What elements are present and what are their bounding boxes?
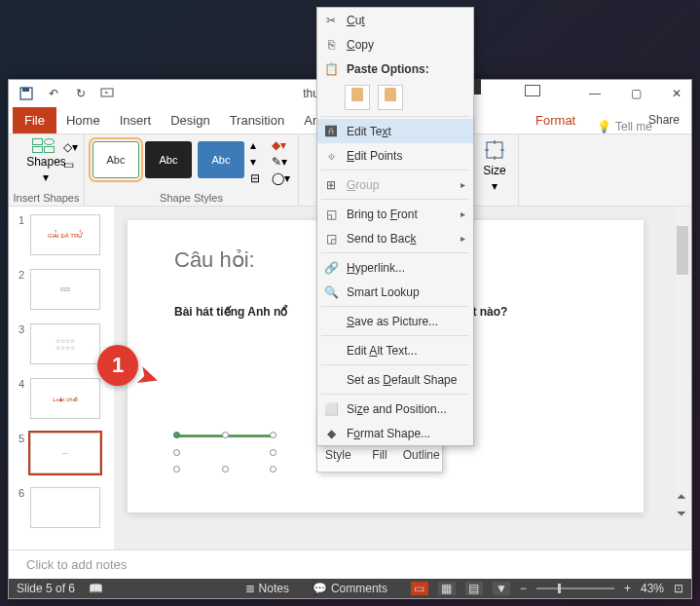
annotation-callout-1: 1 [97,345,138,386]
tab-transition[interactable]: Transition [220,107,295,133]
clipboard-icon: 📋 [323,62,339,76]
maximize-icon[interactable]: ▢ [625,87,646,100]
edit-shape-icon[interactable]: ◇▾ [63,140,78,154]
send-back-icon: ◲ [323,232,339,246]
edit-points-icon: ⟐ [323,149,339,163]
fit-to-window-icon[interactable]: ⊡ [674,582,683,595]
svg-rect-1 [22,88,29,92]
format-shape-icon: ◆ [323,427,339,440]
slide-thumbnails: 1GIẢI ĐÁ TRỬ 2≡≡≡ 3☆☆☆☆☆☆☆☆ 4Luật chơi 5… [9,207,114,549]
size-button[interactable]: Size ▾ [483,138,506,193]
menu-alt-text[interactable]: Edit Alt Text... [317,338,473,362]
copy-icon: ⎘ [323,38,339,52]
text-box-icon[interactable]: ▭ [63,158,78,171]
group-label: Shape Styles [85,192,298,204]
close-icon[interactable]: ✕ [666,87,687,100]
tab-home[interactable]: Home [56,107,110,133]
spellcheck-icon[interactable]: 📖 [89,582,103,595]
comments-toggle[interactable]: 💬 Comments [313,582,387,595]
tab-file[interactable]: File [13,107,56,133]
thumbnail-5[interactable]: — [30,433,100,473]
shape-effects-icon[interactable]: ◯▾ [272,171,290,185]
statusbar: Slide 5 of 6 📖 ≣ Notes 💬 Comments ▭ ▦ ▤ … [9,579,691,598]
start-from-beginning-icon[interactable] [100,86,116,101]
undo-icon[interactable]: ↶ [46,86,61,101]
menu-save-picture[interactable]: Save as Picture... [317,309,473,333]
scissors-icon: ✂ [323,14,339,27]
link-icon: 🔗 [323,261,339,275]
tab-design[interactable]: Design [161,107,219,133]
menu-cut[interactable]: ✂Cut [317,8,473,32]
gallery-down-icon[interactable]: ▾ [250,155,260,169]
thumbnail-1[interactable]: GIẢI ĐÁ TRỬ [30,214,100,255]
gallery-more-icon[interactable]: ⊟ [250,171,260,185]
menu-edit-points[interactable]: ⟐Edit Points [317,143,473,168]
menu-edit-text[interactable]: 🅰Edit Text [317,119,473,143]
style-gallery[interactable]: Abc Abc Abc ▴ ▾ ⊟ ◆▾ ✎▾ ◯▾ [92,138,290,181]
menu-bring-front[interactable]: ◱Bring to Front [317,202,473,226]
chevron-down-icon: ▾ [492,179,497,193]
reading-view-icon[interactable]: ▤ [465,582,483,595]
vertical-scrollbar[interactable] [676,207,689,509]
tab-insert[interactable]: Insert [110,107,162,133]
size-icon: ⬜ [323,402,339,416]
zoom-level[interactable]: 43% [641,582,664,595]
share-button[interactable]: Share [648,113,680,127]
next-slide-icon[interactable]: ⏷ [676,507,687,520]
group-icon: ⊞ [323,178,339,192]
menu-group: ⊞Group [317,172,473,197]
shape-outline-icon[interactable]: ✎▾ [272,155,290,169]
group-label: Insert Shapes [9,192,84,204]
zoom-slider[interactable] [536,587,614,589]
style-preset-2[interactable]: Abc [145,141,192,178]
notes-toggle[interactable]: ≣ Notes [245,582,289,595]
zoom-in-icon[interactable]: + [624,582,631,595]
slide-counter[interactable]: Slide 5 of 6 [17,582,75,595]
normal-view-icon[interactable]: ▭ [411,582,428,595]
style-preset-3[interactable]: Abc [198,141,244,178]
paste-dest-theme-icon[interactable] [345,85,370,110]
zoom-out-icon[interactable]: − [520,582,527,595]
thumbnail-6[interactable] [30,487,100,528]
thumbnail-4[interactable]: Luật chơi [30,378,100,419]
lightbulb-icon: 💡 [597,120,611,133]
menu-hyperlink[interactable]: 🔗Hyperlink... [317,255,473,280]
chevron-down-icon: ▾ [43,170,49,184]
slideshow-view-icon[interactable]: ▼ [493,582,510,595]
menu-paste-options: 📋Paste Options: [317,57,473,81]
bring-front-icon: ◱ [323,208,339,221]
tab-format[interactable]: Format [526,107,585,133]
ribbon-display-icon[interactable] [525,85,540,96]
shapes-button[interactable]: Shapes ▾ [26,138,66,184]
menu-size-position[interactable]: ⬜Size and Position... [317,397,473,421]
tell-me-search[interactable]: 💡 Tell me [597,120,652,133]
paste-picture-icon[interactable] [378,85,403,110]
gallery-up-icon[interactable]: ▴ [250,138,260,152]
sorter-view-icon[interactable]: ▦ [438,582,456,595]
thumbnail-2[interactable]: ≡≡≡ [30,269,100,310]
menu-send-back[interactable]: ◲Send to Back [317,226,473,250]
menu-smart-lookup[interactable]: 🔍Smart Lookup [317,280,473,304]
smart-lookup-icon: 🔍 [323,285,339,299]
svg-rect-3 [487,142,502,158]
redo-icon[interactable]: ↻ [73,86,89,101]
menu-copy[interactable]: ⎘Copy [317,32,473,57]
save-icon[interactable] [18,86,34,101]
watermark: ThuThuatPhanMem.vn [111,596,237,606]
menu-format-shape[interactable]: ◆Format Shape... [317,421,473,445]
menu-default-shape[interactable]: Set as Default Shape [317,367,473,392]
shape-fill-icon[interactable]: ◆▾ [272,138,290,152]
style-preset-1[interactable]: Abc [92,141,139,178]
edit-text-icon: 🅰 [323,125,339,138]
selected-shape[interactable] [176,435,274,470]
prev-slide-icon[interactable]: ⏶ [676,489,687,503]
context-menu: ✂Cut ⎘Copy 📋Paste Options: 🅰Edit Text ⟐E… [316,7,474,446]
notes-pane[interactable]: Click to add notes [9,549,691,579]
minimize-icon[interactable]: — [584,87,606,100]
thumbnail-3[interactable]: ☆☆☆☆☆☆☆☆ [30,323,100,364]
